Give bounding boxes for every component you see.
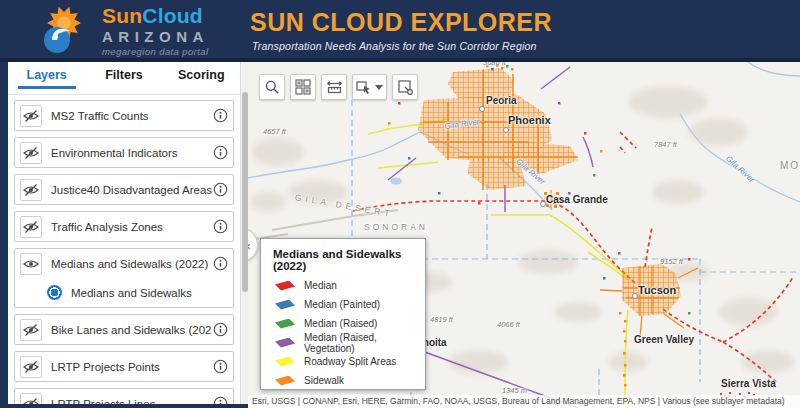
- info-glyph: [213, 145, 228, 160]
- logo-text: SunCloud ARIZONA megaregion data portal: [102, 5, 209, 57]
- tab-scoring[interactable]: Scoring: [172, 62, 230, 94]
- layer-label: Bike Lanes and Sidewalks (2022): [51, 324, 212, 336]
- legend-swatch-median: [275, 281, 295, 291]
- layer-card-medians-and-sidewalks[interactable]: Medians and Sidewalks (2022) Medians and…: [14, 248, 234, 308]
- legend-item-median: Median: [261, 276, 425, 295]
- legend-label: Median (Raised, Vegetation): [304, 332, 425, 354]
- layer-label: Justice40 Disadvantaged Areas (2022): [51, 184, 212, 196]
- legend-swatch-median-raised: [275, 319, 295, 329]
- suncloud-logo-icon: [28, 3, 92, 59]
- layer-card-environmental-indicators[interactable]: Environmental Indicators: [14, 137, 234, 168]
- sidebar-scrollbar[interactable]: [240, 62, 248, 404]
- info-icon[interactable]: [212, 256, 228, 272]
- info-icon[interactable]: [212, 322, 228, 338]
- radio-selected-icon[interactable]: [47, 285, 62, 300]
- visibility-toggle[interactable]: [20, 105, 42, 127]
- info-glyph: [213, 182, 228, 197]
- layers-sidebar: Layers Filters Scoring: [0, 62, 248, 408]
- info-icon[interactable]: [212, 145, 228, 161]
- search-icon: [264, 79, 280, 95]
- visibility-toggle[interactable]: [20, 393, 42, 405]
- eye-off-icon: [22, 397, 40, 405]
- legend-title: Medians and Sidewalks (2022): [261, 239, 425, 276]
- minor-roads: [248, 210, 398, 240]
- select-button[interactable]: [352, 74, 387, 100]
- legend-swatch-median-raised-vegetation: [275, 338, 295, 348]
- layer-label: LRTP Projects Lines: [51, 398, 212, 405]
- sublayer-label: Medians and Sidewalks: [71, 287, 192, 299]
- measure-icon: [326, 79, 343, 95]
- layer-label: LRTP Projects Points: [51, 361, 212, 373]
- tab-underline-spacer: [172, 86, 230, 89]
- info-glyph: [213, 256, 228, 271]
- page-subtitle: Transportation Needs Analysis for the Su…: [252, 40, 537, 52]
- logo-arizona: ARIZONA: [102, 29, 209, 44]
- layer-card-lrtp-projects-points[interactable]: LRTP Projects Points: [14, 351, 234, 382]
- visibility-toggle[interactable]: [20, 253, 42, 275]
- legend-label: Median (Painted): [304, 299, 380, 310]
- phoenix-sidewalk-network: [418, 68, 578, 190]
- page-title: SUN CLOUD EXPLORER: [250, 8, 552, 37]
- eye-off-icon: [22, 323, 40, 337]
- sketch-button[interactable]: [392, 74, 418, 100]
- casa-grande-marker: [540, 201, 546, 207]
- legend-label: Roadway Split Areas: [304, 356, 396, 367]
- layer-card-traffic-analysis-zones[interactable]: Traffic Analysis Zones: [14, 211, 234, 242]
- legend-swatch-roadway-split-areas: [275, 357, 295, 367]
- visibility-toggle[interactable]: [20, 179, 42, 201]
- search-button[interactable]: [259, 74, 285, 100]
- layer-card-justice40[interactable]: Justice40 Disadvantaged Areas (2022): [14, 174, 234, 205]
- legend-swatch-median-painted: [275, 300, 295, 310]
- app-window: SunCloud ARIZONA megaregion data portal …: [0, 0, 800, 408]
- map-area: Peoria Phoenix Casa Grande Tucson Green …: [248, 62, 800, 408]
- tab-active-underline: [18, 86, 76, 89]
- info-icon[interactable]: [212, 108, 228, 124]
- eye-off-icon: [22, 220, 40, 234]
- logo-word-cloud: Cloud: [142, 4, 202, 27]
- eye-off-icon: [22, 109, 40, 123]
- visibility-toggle[interactable]: [20, 319, 42, 341]
- logo-word-sun: Sun: [102, 4, 142, 27]
- visibility-toggle[interactable]: [20, 216, 42, 238]
- legend-item-roadway-split-areas: Roadway Split Areas: [261, 352, 425, 371]
- legend-item-median-raised: Median (Raised): [261, 314, 425, 333]
- sidebar-panel: Layers Filters Scoring: [8, 62, 240, 404]
- basemap-button[interactable]: [290, 74, 316, 100]
- layer-label: MS2 Traffic Counts: [51, 110, 212, 122]
- sidebar-tabs: Layers Filters Scoring: [8, 62, 240, 95]
- legend-label: Sidewalk: [304, 375, 344, 386]
- layer-label: Traffic Analysis Zones: [51, 221, 212, 233]
- legend-item-median-raised-vegetation: Median (Raised, Vegetation): [261, 333, 425, 352]
- visibility-toggle[interactable]: [20, 356, 42, 378]
- measure-button[interactable]: [321, 74, 347, 100]
- info-glyph: [213, 219, 228, 234]
- legend-item-sidewalk: Sidewalk: [261, 371, 425, 390]
- layer-card-bike-lanes-and-sidewalks[interactable]: Bike Lanes and Sidewalks (2022): [14, 314, 234, 345]
- info-glyph: [213, 396, 228, 404]
- select-icon: [356, 79, 372, 95]
- layer-card-ms2-traffic-counts[interactable]: MS2 Traffic Counts: [14, 100, 234, 131]
- info-icon[interactable]: [212, 219, 228, 235]
- layer-label: Medians and Sidewalks (2022): [51, 258, 212, 270]
- tucson-sidewalk-network: [600, 264, 698, 337]
- sublayer-medians-and-sidewalks[interactable]: Medians and Sidewalks: [15, 278, 233, 307]
- visibility-toggle[interactable]: [20, 142, 42, 164]
- tab-filters[interactable]: Filters: [95, 62, 153, 94]
- logo-wordmark: SunCloud: [102, 5, 209, 26]
- tucson-marker: [632, 293, 638, 299]
- eye-off-icon: [22, 360, 40, 374]
- legend-item-median-painted: Median (Painted): [261, 295, 425, 314]
- info-icon[interactable]: [212, 359, 228, 375]
- info-icon[interactable]: [212, 396, 228, 405]
- legend-label: Median (Raised): [304, 318, 377, 329]
- layer-card-lrtp-projects-lines[interactable]: LRTP Projects Lines: [14, 388, 234, 404]
- tab-layers[interactable]: Layers: [18, 62, 76, 94]
- sketch-icon: [397, 79, 413, 95]
- peoria-marker: [479, 106, 485, 112]
- info-glyph: [213, 322, 228, 337]
- info-icon[interactable]: [212, 182, 228, 198]
- info-glyph: [213, 359, 228, 374]
- eye-icon: [22, 257, 40, 271]
- lake: [390, 178, 402, 185]
- chevron-down-icon[interactable]: [375, 85, 383, 90]
